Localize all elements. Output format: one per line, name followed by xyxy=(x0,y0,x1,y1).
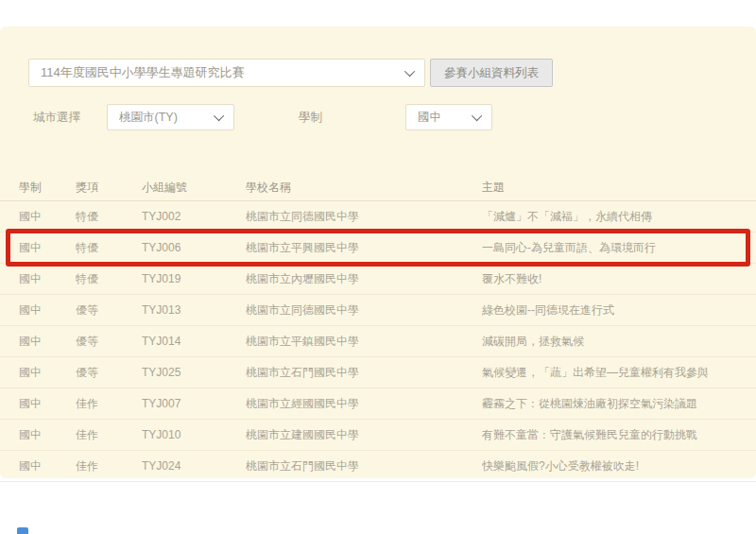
row-level: 國中 xyxy=(19,396,76,412)
row-school: 桃園市立建國國民中學 xyxy=(246,427,482,443)
table-row[interactable]: 國中 佳作 TYJ010 桃園市立建國國民中學 有難不童當：守護氣候難民兒童的行… xyxy=(0,420,756,451)
city-label: 城市選擇 xyxy=(33,110,80,126)
row-topic: 覆水不難收! xyxy=(482,271,756,287)
row-award: 特優 xyxy=(76,271,142,287)
table-row[interactable]: 國中 優等 TYJ013 桃園市立同德國民中學 綠色校園--同德現在進行式 xyxy=(0,295,756,326)
results-panel: 114年度國民中小學學生專題研究比賽 參賽小組資料列表 城市選擇 桃園市(TY)… xyxy=(0,26,756,478)
row-group-id: TYJ025 xyxy=(142,366,246,379)
row-topic: 有難不童當：守護氣候難民兒童的行動挑戰 xyxy=(482,427,756,443)
row-level: 國中 xyxy=(19,365,76,381)
header-topic: 主題 xyxy=(482,180,756,196)
school-level-select-value: 國中 xyxy=(418,110,441,126)
row-group-id: TYJ002 xyxy=(142,210,246,223)
row-topic: 綠色校園--同德現在進行式 xyxy=(482,302,756,319)
row-award: 優等 xyxy=(76,334,142,350)
row-topic: 減碳開局，拯救氣候 xyxy=(482,334,756,350)
row-school: 桃園市立內壢國民中學 xyxy=(246,271,482,287)
row-group-id: TYJ013 xyxy=(142,303,246,317)
row-award: 特優 xyxy=(76,240,142,256)
table-row[interactable]: 國中 佳作 TYJ024 桃園市立石門國民中學 快樂颱風假?小心受教權被吹走! xyxy=(0,451,756,482)
competition-select[interactable]: 114年度國民中小學學生專題研究比賽 xyxy=(28,59,425,87)
row-group-id: TYJ006 xyxy=(142,241,246,254)
row-level: 國中 xyxy=(19,458,76,474)
results-table: 學制 獎項 小組編號 學校名稱 主題 國中 特優 TYJ002 桃園市立同德國民… xyxy=(0,175,756,482)
table-row[interactable]: 國中 特優 TYJ002 桃園市立同德國民中學 「減爐」不「減福」，永續代相傳 xyxy=(0,201,756,233)
table-row[interactable]: 國中 優等 TYJ025 桃園市立石門國民中學 氣候變遷，「蔬」出希望—兒童權利… xyxy=(0,357,756,388)
table-row[interactable]: 國中 優等 TYJ014 桃園市立平鎮國民中學 減碳開局，拯救氣候 xyxy=(0,326,756,357)
row-group-id: TYJ014 xyxy=(142,335,246,348)
row-award: 佳作 xyxy=(76,458,142,474)
row-school: 桃園市立同德國民中學 xyxy=(246,209,482,225)
header-group-id: 小組編號 xyxy=(142,180,246,196)
row-school: 桃園市立石門國民中學 xyxy=(246,458,482,474)
row-award: 佳作 xyxy=(76,427,142,443)
competition-select-value: 114年度國民中小學學生專題研究比賽 xyxy=(41,64,245,81)
row-group-id: TYJ024 xyxy=(142,459,246,473)
row-topic: 快樂颱風假?小心受教權被吹走! xyxy=(482,458,756,474)
row-topic: 「減爐」不「減福」，永續代相傳 xyxy=(482,209,756,225)
table-header-row: 學制 獎項 小組編號 學校名稱 主題 xyxy=(0,175,756,201)
row-school: 桃園市立石門國民中學 xyxy=(246,365,482,381)
chevron-down-icon xyxy=(472,111,482,121)
row-level: 國中 xyxy=(19,209,76,225)
row-level: 國中 xyxy=(19,427,76,443)
header-award: 獎項 xyxy=(76,180,142,196)
row-school: 桃園市立平鎮國民中學 xyxy=(246,334,482,350)
row-group-id: TYJ010 xyxy=(142,428,246,441)
header-level: 學制 xyxy=(19,180,76,196)
chevron-down-icon xyxy=(404,66,415,77)
table-row[interactable]: 國中 佳作 TYJ007 桃園市立經國國民中學 霾霧之下：從桃園煉油廠初探空氣污… xyxy=(0,388,756,420)
chevron-down-icon xyxy=(214,111,224,121)
row-school: 桃園市立平興國民中學 xyxy=(246,240,482,256)
row-award: 優等 xyxy=(76,365,142,381)
school-level-select[interactable]: 國中 xyxy=(405,104,492,130)
row-level: 國中 xyxy=(19,302,76,319)
table-row[interactable]: 國中 特優 TYJ006 桃園市立平興國民中學 一島同心-為兒童而語、為環境而行 xyxy=(0,233,756,264)
filter-row: 城市選擇 桃園市(TY) 學制 國中 xyxy=(0,104,756,130)
bottom-left-widget[interactable] xyxy=(17,527,28,534)
row-award: 優等 xyxy=(76,302,142,319)
table-body: 國中 特優 TYJ002 桃園市立同德國民中學 「減爐」不「減福」，永續代相傳 … xyxy=(0,201,756,482)
school-level-label: 學制 xyxy=(299,110,322,126)
row-topic: 一島同心-為兒童而語、為環境而行 xyxy=(482,240,756,256)
city-select[interactable]: 桃園市(TY) xyxy=(107,104,234,130)
row-group-id: TYJ007 xyxy=(142,397,246,410)
row-level: 國中 xyxy=(19,334,76,350)
row-topic: 霾霧之下：從桃園煉油廠初探空氣污染議題 xyxy=(482,396,756,412)
row-level: 國中 xyxy=(19,240,76,256)
row-award: 佳作 xyxy=(76,396,142,412)
row-topic: 氣候變遷，「蔬」出希望—兒童權利有我參與 xyxy=(482,365,756,381)
row-school: 桃園市立同德國民中學 xyxy=(246,302,482,319)
header-school: 學校名稱 xyxy=(246,180,482,196)
row-school: 桃園市立經國國民中學 xyxy=(246,396,482,412)
city-select-value: 桃園市(TY) xyxy=(119,110,178,126)
row-award: 特優 xyxy=(76,209,142,225)
row-group-id: TYJ019 xyxy=(142,272,246,285)
row-level: 國中 xyxy=(19,271,76,287)
table-row[interactable]: 國中 特優 TYJ019 桃園市立內壢國民中學 覆水不難收! xyxy=(0,264,756,295)
group-data-list-button[interactable]: 參賽小組資料列表 xyxy=(430,59,553,87)
toolbar: 114年度國民中小學學生專題研究比賽 參賽小組資料列表 xyxy=(28,59,728,87)
